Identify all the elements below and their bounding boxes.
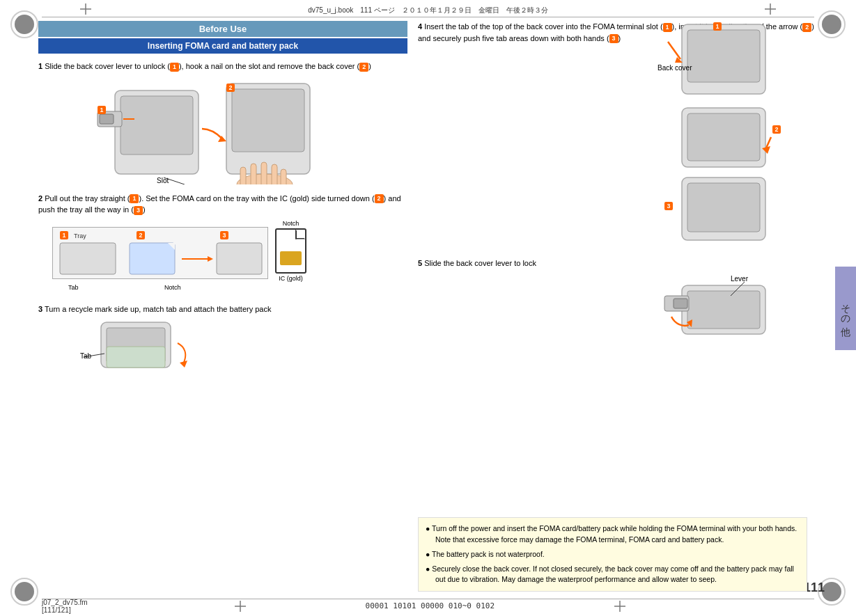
step-2: 2 Pull out the tray straight (1). Set th…	[38, 193, 407, 286]
svg-rect-44	[687, 30, 760, 82]
step-5-illustration: Lever	[661, 275, 797, 338]
step-1-badge-1: 1	[170, 63, 179, 72]
svg-text:1: 1	[715, 23, 719, 30]
crosshair-top-left	[80, 3, 91, 15]
step-4-badge-3: 3	[609, 34, 618, 43]
svg-rect-34	[130, 243, 175, 274]
step-2-badge-3: 3	[134, 206, 143, 215]
svg-rect-19	[261, 162, 267, 184]
svg-rect-33	[60, 243, 116, 274]
right-column: 4 Insert the tab of the top of the back …	[418, 21, 818, 595]
svg-rect-15	[232, 89, 304, 152]
svg-rect-60	[674, 299, 687, 308]
bottom-filename: j07_2_dv75.fm	[42, 599, 88, 606]
step-2-num: 2	[38, 194, 42, 203]
svg-rect-21	[281, 169, 286, 184]
step-2-text-d: )	[143, 205, 146, 214]
svg-rect-40	[107, 347, 165, 368]
step-1-illustration: 1 2	[94, 77, 352, 184]
svg-text:3: 3	[222, 232, 226, 239]
bottom-bar: j07_2_dv75.fm [111/121] 00001 10101 0000…	[42, 599, 814, 613]
step-3-text: 3 Turn a recycle mark side up, match tab…	[38, 303, 407, 315]
step-4-text-d: )	[618, 34, 621, 42]
svg-text:2: 2	[228, 84, 232, 91]
step-3: 3 Turn a recycle mark side up, match tab…	[38, 303, 407, 375]
step-4-img-2: 2	[661, 101, 786, 171]
notch-card-container: Notch IC (gold)	[275, 220, 306, 282]
crosshair-bottom-left	[235, 601, 246, 612]
step-4-svg-1: 1	[661, 21, 786, 97]
corner-decoration-tr	[818, 10, 846, 38]
step-3-text-main: Turn a recycle mark side up, match tab a…	[45, 305, 271, 313]
step-4-img-1: 1 Back cover	[661, 21, 786, 97]
step-5-svg	[661, 275, 786, 338]
svg-rect-11	[100, 114, 114, 124]
top-meta-text: dv75_u_j.book 111 ページ ２０１０年１月２９日 金曜日 午後２…	[308, 6, 548, 15]
note-1-text: Turn off the power and insert the FOMA c…	[432, 524, 797, 544]
step-4-badge-2: 2	[802, 23, 811, 32]
step-4-num: 4	[418, 22, 422, 31]
step-5-img: Lever	[661, 275, 786, 338]
tray-svg: 1 Tray 2 3	[53, 228, 269, 280]
svg-text:3: 3	[667, 203, 670, 210]
svg-rect-18	[251, 164, 256, 184]
notch-label: Notch	[275, 220, 306, 227]
step-3-illustration: Tab	[80, 319, 219, 374]
step-2-text: 2 Pull out the tray straight (1). Set th…	[38, 193, 407, 216]
step-2-text-b: ). Set the FOMA card on the tray with th…	[139, 194, 374, 203]
bottom-left-info: j07_2_dv75.fm [111/121]	[42, 599, 88, 614]
step-2-illustration: 1 Tray 2 3	[38, 220, 303, 286]
svg-rect-9	[120, 96, 193, 155]
step-1-slot-label: Slot	[157, 177, 169, 184]
crosshair-bottom-right	[614, 601, 625, 612]
svg-rect-37	[217, 243, 262, 274]
note-2-bullet: ●	[426, 550, 432, 558]
step-1-text-b: ), hook a nail on the slot and remove th…	[179, 62, 359, 70]
step-2-badge-2: 2	[375, 194, 384, 203]
crosshair-top-right	[765, 3, 776, 15]
step-1-num: 1	[38, 62, 42, 70]
note-2-text: The battery pack is not waterproof.	[432, 550, 545, 558]
note-2: ● The battery pack is not waterproof.	[426, 549, 800, 560]
note-1-bullet: ●	[426, 524, 432, 532]
step-4-svg-2: 2	[661, 101, 786, 171]
svg-rect-49	[687, 113, 760, 161]
svg-rect-54	[687, 183, 760, 232]
top-metadata-bar: dv75_u_j.book 111 ページ ２０１０年１月２９日 金曜日 午後２…	[42, 3, 814, 17]
notch-card	[275, 228, 306, 274]
step-5-num: 5	[418, 259, 422, 267]
step-5: 5 Slide the back cover lever to lock	[418, 258, 664, 274]
step-3-svg	[80, 319, 219, 374]
section-header: Before Use	[38, 21, 407, 37]
step-4-img-3: 3	[661, 174, 786, 244]
corner-decoration-tl	[10, 10, 38, 38]
svg-rect-58	[687, 291, 760, 329]
svg-marker-36	[208, 256, 213, 262]
step-5-text: 5 Slide the back cover lever to lock	[418, 258, 664, 269]
side-tab-label: その他	[839, 297, 852, 319]
lever-label: Lever	[731, 275, 748, 283]
step-4-text-a: Insert the tab of the top of the back co…	[424, 22, 662, 31]
bottom-barcode-text: 00001 10101 00000 010~0 0102	[366, 601, 495, 610]
step-3-num: 3	[38, 305, 42, 313]
svg-text:2: 2	[139, 232, 142, 239]
note-3-bullet: ●	[426, 564, 432, 573]
ic-gold-label: IC (gold)	[275, 275, 306, 282]
svg-text:1: 1	[100, 106, 103, 113]
step-1-text-a: Slide the back cover lever to unlock (	[45, 62, 170, 70]
step-1-text: 1 Slide the back cover lever to unlock (…	[38, 61, 407, 72]
step-2-text-a: Pull out the tray straight (	[45, 194, 130, 203]
corner-decoration-bl	[10, 578, 38, 606]
svg-rect-20	[272, 164, 277, 184]
tray-label-notch: Notch	[164, 284, 181, 291]
note-3: ● Securely close the back cover. If not …	[426, 564, 800, 586]
main-content: Before Use Inserting FOMA card and batte…	[38, 21, 818, 595]
step-1-text-c: )	[368, 62, 371, 70]
svg-text:2: 2	[775, 126, 778, 133]
left-column: Before Use Inserting FOMA card and batte…	[38, 21, 407, 595]
svg-marker-42	[180, 361, 187, 368]
step-4-illustration: 1 Back cover 2	[661, 21, 797, 244]
step-4-svg-3: 3	[661, 174, 786, 244]
step-1-badge-2: 2	[359, 63, 368, 72]
back-cover-label: Back cover	[657, 64, 692, 72]
